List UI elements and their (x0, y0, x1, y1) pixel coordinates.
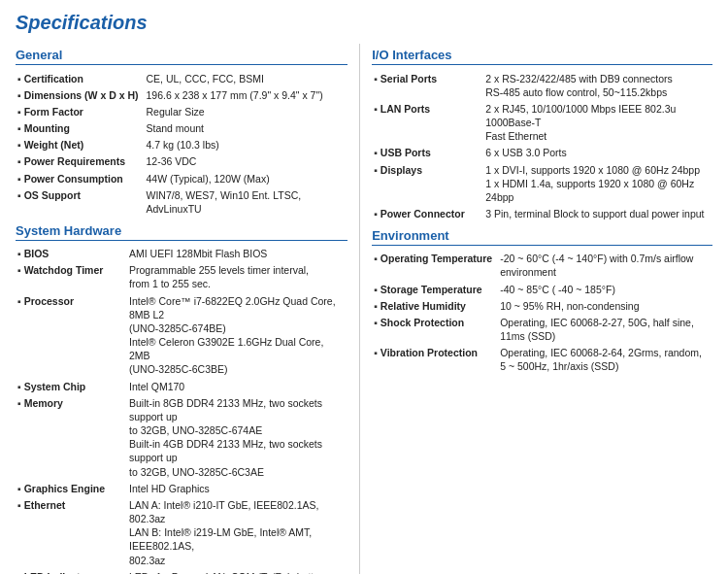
spec-value: 6 x USB 3.0 Ports (483, 145, 712, 161)
spec-value: 3 Pin, terminal Block to support dual po… (483, 206, 712, 222)
spec-label: Shock Protection (372, 314, 498, 344)
table-row: Operating Temperature-20 ~ 60°C (-4 ~ 14… (372, 251, 712, 281)
table-row: Shock ProtectionOperating, IEC 60068-2-2… (372, 314, 712, 344)
section-io: I/O Interfaces (372, 48, 712, 65)
general-table: CertificationCE, UL, CCC, FCC, BSMIDimen… (16, 70, 347, 218)
spec-value: 12-36 VDC (145, 153, 348, 170)
section-environment: Environment (372, 228, 712, 246)
system-hardware-table: BIOSAMI UEFI 128Mbit Flash BIOSWatchdog … (16, 246, 347, 574)
section-general: General (16, 48, 347, 65)
spec-label: Power Connector (372, 206, 483, 222)
spec-value: 44W (Typical), 120W (Max) (145, 170, 348, 186)
table-row: BIOSAMI UEFI 128Mbit Flash BIOS (16, 246, 347, 262)
spec-value: 2 x RS-232/422/485 with DB9 connectorsRS… (483, 70, 712, 100)
spec-value: Programmable 255 levels timer interval,f… (127, 262, 347, 292)
table-row: Power Consumption44W (Typical), 120W (Ma… (16, 170, 347, 186)
spec-value: Intel® Core™ i7-6822EQ 2.0GHz Quad Core,… (127, 292, 347, 378)
spec-value: Stand mount (145, 120, 348, 137)
spec-label: Mounting (16, 120, 145, 137)
table-row: ProcessorIntel® Core™ i7-6822EQ 2.0GHz Q… (16, 292, 347, 378)
spec-label: Displays (372, 161, 483, 206)
spec-label: Power Consumption (16, 170, 145, 186)
spec-value: AMI UEFI 128Mbit Flash BIOS (127, 246, 347, 262)
spec-label: Power Requirements (16, 153, 145, 170)
spec-value: 10 ~ 95% RH, non-condensing (498, 297, 712, 314)
spec-label: Weight (Net) (16, 137, 145, 153)
spec-value: 196.6 x 238 x 177 mm (7.9" x 9.4" x 7") (145, 86, 348, 103)
table-row: LED IndicatorsLEDs for Power, LAN, COM (… (16, 568, 347, 574)
spec-value: Operating, IEC 60068-2-64, 2Grms, random… (498, 345, 712, 375)
table-row: Vibration ProtectionOperating, IEC 60068… (372, 345, 712, 375)
spec-label: LED Indicators (16, 568, 127, 574)
table-row: Power Connector3 Pin, terminal Block to … (372, 206, 712, 222)
spec-value: 2 x RJ45, 10/100/1000 Mbps IEEE 802.3u 1… (483, 100, 712, 145)
spec-value: Built-in 8GB DDR4 2133 MHz, two sockets … (127, 394, 347, 480)
table-row: Watchdog TimerProgrammable 255 levels ti… (16, 262, 347, 292)
spec-value: Intel HD Graphics (127, 480, 347, 496)
spec-label: OS Support (16, 186, 145, 217)
page-title: Specifications (16, 12, 712, 34)
table-row: Relative Humidity10 ~ 95% RH, non-conden… (372, 297, 712, 314)
table-row: OS SupportWIN7/8, WES7, Win10 Ent. LTSC,… (16, 186, 347, 217)
table-row: Power Requirements12-36 VDC (16, 153, 347, 170)
table-row: Weight (Net)4.7 kg (10.3 lbs) (16, 137, 347, 153)
spec-label: Relative Humidity (372, 297, 498, 314)
table-row: CertificationCE, UL, CCC, FCC, BSMI (16, 70, 347, 86)
table-row: Serial Ports2 x RS-232/422/485 with DB9 … (372, 70, 712, 100)
spec-value: -40 ~ 85°C ( -40 ~ 185°F) (498, 281, 712, 297)
spec-label: LAN Ports (372, 100, 483, 145)
spec-label: USB Ports (372, 145, 483, 161)
table-row: Dimensions (W x D x H)196.6 x 238 x 177 … (16, 86, 347, 103)
content: Specifications General CertificationCE, … (0, 0, 728, 574)
io-table: Serial Ports2 x RS-232/422/485 with DB9 … (372, 70, 712, 222)
table-row: LAN Ports2 x RJ45, 10/100/1000 Mbps IEEE… (372, 100, 712, 145)
spec-label: Certification (16, 70, 145, 86)
spec-label: Vibration Protection (372, 345, 498, 375)
spec-value: -20 ~ 60°C (-4 ~ 140°F) with 0.7m/s airf… (498, 251, 712, 281)
spec-label: Ethernet (16, 496, 127, 568)
two-col-layout: General CertificationCE, UL, CCC, FCC, B… (16, 44, 712, 574)
table-row: Storage Temperature-40 ~ 85°C ( -40 ~ 18… (372, 281, 712, 297)
table-row: Displays1 x DVI-I, supports 1920 x 1080 … (372, 161, 712, 206)
spec-label: Dimensions (W x D x H) (16, 86, 145, 103)
spec-label: Graphics Engine (16, 480, 127, 496)
section-system-hardware: System Hardware (16, 223, 347, 241)
spec-label: Operating Temperature (372, 251, 498, 281)
spec-value: LEDs for Power, LAN, COM (Tx/Rx), batter… (127, 568, 347, 574)
table-row: MountingStand mount (16, 120, 347, 137)
col-right: I/O Interfaces Serial Ports2 x RS-232/42… (359, 44, 712, 574)
spec-value: CE, UL, CCC, FCC, BSMI (145, 70, 348, 86)
environment-table: Operating Temperature-20 ~ 60°C (-4 ~ 14… (372, 251, 712, 375)
spec-label: Memory (16, 394, 127, 480)
table-row: System ChipIntel QM170 (16, 378, 347, 394)
table-row: MemoryBuilt-in 8GB DDR4 2133 MHz, two so… (16, 394, 347, 480)
spec-label: Watchdog Timer (16, 262, 127, 292)
table-row: Form FactorRegular Size (16, 103, 347, 119)
spec-label: Processor (16, 292, 127, 378)
spec-value: Regular Size (145, 103, 348, 119)
spec-label: Form Factor (16, 103, 145, 119)
spec-label: BIOS (16, 246, 127, 262)
table-row: Graphics EngineIntel HD Graphics (16, 480, 347, 496)
spec-label: System Chip (16, 378, 127, 394)
page: Specifications General CertificationCE, … (0, 0, 728, 574)
spec-label: Storage Temperature (372, 281, 498, 297)
col-left: General CertificationCE, UL, CCC, FCC, B… (16, 44, 359, 574)
spec-value: 1 x DVI-I, supports 1920 x 1080 @ 60Hz 2… (483, 161, 712, 206)
spec-label: Serial Ports (372, 70, 483, 100)
spec-value: WIN7/8, WES7, Win10 Ent. LTSC, AdvLinuxT… (145, 186, 348, 217)
spec-value: Operating, IEC 60068-2-27, 50G, half sin… (498, 314, 712, 344)
spec-value: LAN A: Intel® i210-IT GbE, IEEE802.1AS, … (127, 496, 347, 568)
spec-value: 4.7 kg (10.3 lbs) (145, 137, 348, 153)
spec-value: Intel QM170 (127, 378, 347, 394)
table-row: EthernetLAN A: Intel® i210-IT GbE, IEEE8… (16, 496, 347, 568)
table-row: USB Ports6 x USB 3.0 Ports (372, 145, 712, 161)
